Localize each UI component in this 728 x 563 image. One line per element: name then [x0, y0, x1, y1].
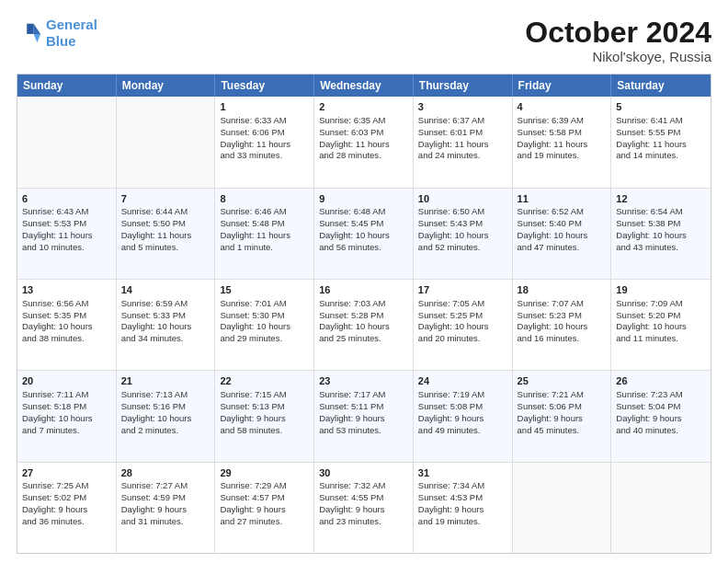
day-info-line: Daylight: 10 hours: [220, 321, 309, 333]
day-cell-23: 23Sunrise: 7:17 AMSunset: 5:11 PMDayligh…: [314, 371, 414, 461]
header: General Blue October 2024 Nikol'skoye, R…: [17, 17, 711, 64]
day-info-line: Sunset: 5:06 PM: [518, 401, 607, 413]
day-info-line: and 36 minutes.: [22, 516, 111, 528]
day-number: 6: [22, 192, 111, 206]
day-info-line: and 7 minutes.: [22, 425, 111, 437]
day-number: 5: [616, 100, 706, 114]
day-info-line: Daylight: 10 hours: [518, 230, 607, 242]
title-block: October 2024 Nikol'skoye, Russia: [525, 17, 711, 64]
day-info-line: Daylight: 10 hours: [22, 413, 111, 425]
day-info-line: and 25 minutes.: [319, 333, 408, 345]
day-info-line: and 5 minutes.: [121, 242, 210, 254]
day-info-line: Sunrise: 7:21 AM: [518, 389, 607, 401]
empty-cell: [117, 97, 216, 187]
day-cell-8: 8Sunrise: 6:46 AMSunset: 5:48 PMDaylight…: [215, 189, 314, 279]
day-cell-1: 1Sunrise: 6:33 AMSunset: 6:06 PMDaylight…: [215, 97, 314, 187]
day-cell-10: 10Sunrise: 6:50 AMSunset: 5:43 PMDayligh…: [414, 189, 513, 279]
day-number: 16: [319, 283, 408, 297]
day-info-line: Sunset: 5:48 PM: [220, 218, 309, 230]
day-info-line: Daylight: 9 hours: [319, 413, 408, 425]
day-info-line: Sunrise: 7:27 AM: [121, 480, 210, 492]
empty-cell: [513, 463, 612, 553]
day-number: 15: [220, 283, 309, 297]
day-info-line: Daylight: 9 hours: [22, 504, 111, 516]
day-info-line: and 29 minutes.: [220, 333, 309, 345]
header-day-wednesday: Wednesday: [314, 75, 414, 97]
day-info-line: Sunset: 5:02 PM: [22, 492, 111, 504]
day-cell-11: 11Sunrise: 6:52 AMSunset: 5:40 PMDayligh…: [513, 189, 612, 279]
day-cell-21: 21Sunrise: 7:13 AMSunset: 5:16 PMDayligh…: [117, 371, 216, 461]
day-cell-18: 18Sunrise: 7:07 AMSunset: 5:23 PMDayligh…: [513, 280, 612, 370]
day-info-line: Sunrise: 7:01 AM: [220, 298, 309, 310]
day-info-line: Daylight: 9 hours: [616, 413, 706, 425]
day-info-line: Sunrise: 7:13 AM: [121, 389, 210, 401]
day-number: 19: [616, 283, 706, 297]
day-info-line: Daylight: 9 hours: [518, 413, 607, 425]
day-cell-7: 7Sunrise: 6:44 AMSunset: 5:50 PMDaylight…: [117, 189, 216, 279]
day-cell-27: 27Sunrise: 7:25 AMSunset: 5:02 PMDayligh…: [17, 463, 117, 553]
day-info-line: Daylight: 10 hours: [616, 321, 706, 333]
day-number: 22: [220, 374, 309, 388]
day-cell-31: 31Sunrise: 7:34 AMSunset: 4:53 PMDayligh…: [414, 463, 513, 553]
day-info-line: Sunset: 5:11 PM: [319, 401, 408, 413]
day-info-line: Sunset: 4:59 PM: [121, 492, 210, 504]
day-info-line: Sunrise: 6:43 AM: [22, 206, 111, 218]
day-info-line: and 56 minutes.: [319, 242, 408, 254]
day-info-line: Sunrise: 7:05 AM: [418, 298, 507, 310]
day-info-line: Sunrise: 6:39 AM: [518, 115, 607, 127]
day-info-line: and 23 minutes.: [319, 516, 408, 528]
day-info-line: Sunrise: 6:37 AM: [418, 115, 507, 127]
day-info-line: Sunset: 4:53 PM: [418, 492, 507, 504]
day-info-line: Sunrise: 7:19 AM: [418, 389, 507, 401]
header-day-sunday: Sunday: [17, 75, 117, 97]
day-cell-9: 9Sunrise: 6:48 AMSunset: 5:45 PMDaylight…: [314, 189, 414, 279]
day-info-line: Daylight: 10 hours: [518, 321, 607, 333]
day-info-line: Sunset: 5:18 PM: [22, 401, 111, 413]
header-day-saturday: Saturday: [611, 75, 711, 97]
day-info-line: and 2 minutes.: [121, 425, 210, 437]
day-info-line: Daylight: 11 hours: [220, 139, 309, 151]
day-number: 27: [22, 466, 111, 480]
calendar-body: 1Sunrise: 6:33 AMSunset: 6:06 PMDaylight…: [17, 97, 711, 553]
day-info-line: Sunrise: 6:52 AM: [518, 206, 607, 218]
day-number: 2: [319, 100, 408, 114]
day-number: 17: [418, 283, 507, 297]
day-info-line: and 34 minutes.: [121, 333, 210, 345]
day-number: 20: [22, 374, 111, 388]
day-info-line: Sunset: 5:23 PM: [518, 310, 607, 322]
header-day-monday: Monday: [117, 75, 216, 97]
day-info-line: and 14 minutes.: [616, 150, 706, 162]
day-info-line: and 10 minutes.: [22, 242, 111, 254]
day-info-line: Sunset: 5:50 PM: [121, 218, 210, 230]
day-number: 4: [518, 100, 607, 114]
day-info-line: Daylight: 9 hours: [121, 504, 210, 516]
day-number: 29: [220, 466, 309, 480]
day-info-line: and 20 minutes.: [418, 333, 507, 345]
day-cell-26: 26Sunrise: 7:23 AMSunset: 5:04 PMDayligh…: [611, 371, 711, 461]
empty-cell: [611, 463, 711, 553]
day-info-line: and 31 minutes.: [121, 516, 210, 528]
day-info-line: Sunset: 5:08 PM: [418, 401, 507, 413]
day-info-line: and 19 minutes.: [518, 150, 607, 162]
svg-marker-1: [34, 34, 40, 42]
day-info-line: and 49 minutes.: [418, 425, 507, 437]
day-number: 23: [319, 374, 408, 388]
day-cell-6: 6Sunrise: 6:43 AMSunset: 5:53 PMDaylight…: [17, 189, 117, 279]
day-info-line: and 52 minutes.: [418, 242, 507, 254]
day-number: 25: [518, 374, 607, 388]
day-info-line: and 24 minutes.: [418, 150, 507, 162]
day-info-line: and 1 minute.: [220, 242, 309, 254]
day-info-line: Daylight: 10 hours: [121, 413, 210, 425]
day-info-line: Sunrise: 7:03 AM: [319, 298, 408, 310]
day-info-line: and 40 minutes.: [616, 425, 706, 437]
calendar: SundayMondayTuesdayWednesdayThursdayFrid…: [17, 74, 711, 554]
day-number: 3: [418, 100, 507, 114]
logo: General Blue: [17, 17, 97, 50]
day-info-line: Sunrise: 6:48 AM: [319, 206, 408, 218]
page: General Blue October 2024 Nikol'skoye, R…: [0, 0, 728, 563]
day-number: 8: [220, 192, 309, 206]
day-info-line: Sunset: 5:25 PM: [418, 310, 507, 322]
day-info-line: Sunset: 5:13 PM: [220, 401, 309, 413]
day-info-line: Sunrise: 7:11 AM: [22, 389, 111, 401]
calendar-row-3: 13Sunrise: 6:56 AMSunset: 5:35 PMDayligh…: [17, 279, 711, 370]
